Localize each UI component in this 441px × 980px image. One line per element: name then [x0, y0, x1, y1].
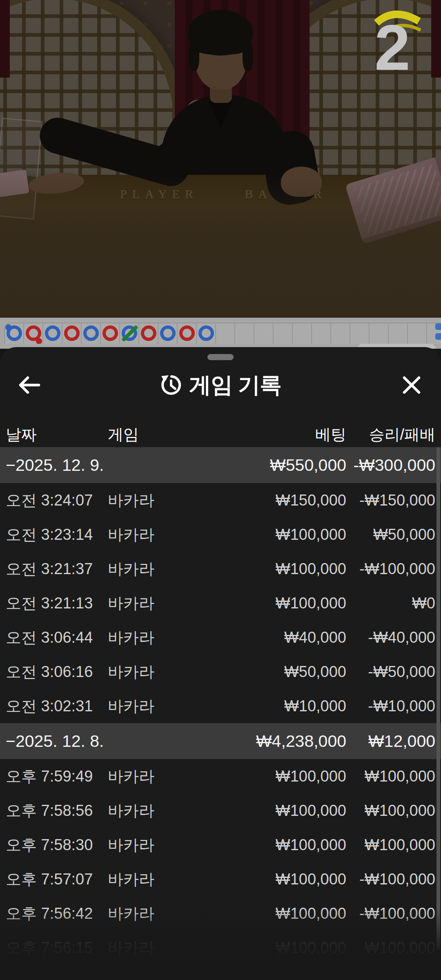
- roadmap-cell: [370, 323, 389, 344]
- row-time: 오전 3:21:37: [6, 559, 108, 579]
- drag-handle[interactable]: [207, 354, 234, 360]
- group-date: −2025. 12. 8.: [6, 732, 238, 751]
- roadmap-cell: [254, 323, 274, 344]
- roadmap-cell: [62, 323, 82, 344]
- row-time: 오전 3:06:44: [6, 627, 108, 648]
- game-history-sheet: 게임 기록 날짜 게임 베팅 승리/패배 −2025. 12. 9. ₩550,…: [0, 347, 441, 980]
- row-bet: ₩150,000: [238, 492, 346, 509]
- row-time: 오후 7:57:07: [6, 869, 108, 890]
- row-game: 바카라: [108, 835, 238, 855]
- history-group-row[interactable]: −2025. 12. 8. ₩4,238,000 ₩12,000: [0, 723, 441, 759]
- row-game: 바카라: [108, 593, 238, 614]
- roadmap-cell: [216, 323, 235, 344]
- history-row: 오후 7:58:30 바카라 ₩100,000 ₩100,000: [0, 828, 441, 862]
- roadmap-cells: [4, 323, 441, 344]
- row-bet: ₩100,000: [238, 939, 346, 957]
- row-game: 바카라: [108, 559, 238, 579]
- row-result: -₩10,000: [346, 697, 435, 715]
- roadmap-stat-fragment: [435, 323, 441, 330]
- row-bet: ₩40,000: [238, 629, 346, 646]
- row-time: 오전 3:24:07: [6, 490, 108, 511]
- group-bet-total: ₩4,238,000: [238, 732, 346, 751]
- row-bet: ₩100,000: [238, 768, 346, 785]
- roadmap-cell: [235, 323, 254, 344]
- row-result: -₩40,000: [346, 629, 435, 646]
- row-game: 바카라: [108, 800, 238, 821]
- roadmap-cell: [24, 323, 43, 344]
- row-game: 바카라: [108, 766, 238, 787]
- history-row: 오후 7:56:15 바카라 ₩100,000 ₩100,000: [0, 931, 441, 965]
- row-result: -₩100,000: [346, 871, 435, 888]
- row-time: 오전 3:23:14: [6, 524, 108, 545]
- row-bet: ₩100,000: [238, 836, 346, 854]
- history-group-row[interactable]: −2025. 12. 9. ₩550,000 -₩300,000: [0, 447, 441, 483]
- group-date: −2025. 12. 9.: [6, 456, 238, 475]
- history-icon: [160, 374, 183, 396]
- roadmap-cell: [101, 323, 120, 344]
- roadmap-cell: [82, 323, 101, 344]
- close-icon: [400, 374, 423, 396]
- row-time: 오후 7:56:15: [6, 938, 108, 958]
- row-time: 오전 3:06:16: [6, 662, 108, 682]
- row-result: -₩50,000: [346, 663, 435, 681]
- row-game: 바카라: [108, 627, 238, 648]
- app-root: PLAYER BANKER 2: [0, 0, 441, 980]
- row-result: ₩100,000: [346, 802, 435, 820]
- countdown-badge: 2: [359, 2, 437, 109]
- history-row: 오후 7:56:42 바카라 ₩100,000 -₩100,000: [0, 896, 441, 931]
- history-list: −2025. 12. 9. ₩550,000 -₩300,000 오전 3:24…: [0, 447, 441, 965]
- row-time: 오후 7:58:30: [6, 835, 108, 855]
- row-game: 바카라: [108, 490, 238, 511]
- row-result: ₩50,000: [346, 526, 435, 543]
- group-bet-total: ₩550,000: [238, 456, 346, 475]
- roadmap-cell: [293, 323, 312, 344]
- history-row: 오전 3:21:13 바카라 ₩100,000 ₩0: [0, 586, 441, 620]
- close-button[interactable]: [399, 372, 425, 398]
- row-time: 오후 7:56:42: [6, 903, 108, 924]
- sheet-header: 게임 기록: [0, 370, 441, 401]
- scrollbar[interactable]: [437, 447, 440, 950]
- roadmap-cell: [350, 323, 370, 344]
- roadmap-cell: [158, 323, 178, 344]
- roadmap-cell: [197, 323, 216, 344]
- row-time: 오후 7:58:56: [6, 800, 108, 821]
- row-game: 바카라: [108, 696, 238, 717]
- row-bet: ₩10,000: [238, 697, 346, 715]
- roadmap-strip[interactable]: [0, 318, 441, 349]
- col-date: 날짜: [6, 424, 108, 445]
- roadmap-stat-fragment: [435, 333, 441, 340]
- row-bet: ₩100,000: [238, 560, 346, 578]
- row-result: ₩100,000: [346, 768, 435, 785]
- sheet-title-wrap: 게임 기록: [0, 370, 441, 401]
- row-game: 바카라: [108, 662, 238, 682]
- group-result-total: -₩300,000: [346, 456, 435, 475]
- roadmap-cell: [43, 323, 62, 344]
- row-bet: ₩50,000: [238, 663, 346, 681]
- roadmap-cell: [408, 323, 427, 344]
- history-row: 오후 7:58:56 바카라 ₩100,000 ₩100,000: [0, 793, 441, 828]
- row-result: -₩100,000: [346, 560, 435, 578]
- roadmap-cell: [331, 323, 350, 344]
- history-row: 오후 7:59:49 바카라 ₩100,000 ₩100,000: [0, 759, 441, 793]
- history-row: 오후 7:57:07 바카라 ₩100,000 -₩100,000: [0, 862, 441, 896]
- roadmap-cell: [389, 323, 408, 344]
- row-bet: ₩100,000: [238, 871, 346, 888]
- roadmap-cell: [120, 323, 139, 344]
- history-row: 오전 3:06:44 바카라 ₩40,000 -₩40,000: [0, 620, 441, 655]
- history-row: 오전 3:23:14 바카라 ₩100,000 ₩50,000: [0, 517, 441, 552]
- row-result: ₩100,000: [346, 939, 435, 957]
- countdown-number: 2: [366, 14, 419, 82]
- row-game: 바카라: [108, 524, 238, 545]
- row-result: -₩150,000: [346, 492, 435, 509]
- roadmap-cell: [274, 323, 293, 344]
- history-row: 오전 3:02:31 바카라 ₩10,000 -₩10,000: [0, 689, 441, 723]
- history-row: 오전 3:21:37 바카라 ₩100,000 -₩100,000: [0, 552, 441, 586]
- live-video-area: PLAYER BANKER 2: [0, 0, 441, 318]
- row-game: 바카라: [108, 903, 238, 924]
- row-game: 바카라: [108, 938, 238, 958]
- row-result: ₩0: [346, 595, 435, 612]
- row-time: 오전 3:21:13: [6, 593, 108, 614]
- history-row: 오전 3:06:16 바카라 ₩50,000 -₩50,000: [0, 655, 441, 689]
- col-game: 게임: [108, 424, 238, 445]
- roadmap-cell: [312, 323, 331, 344]
